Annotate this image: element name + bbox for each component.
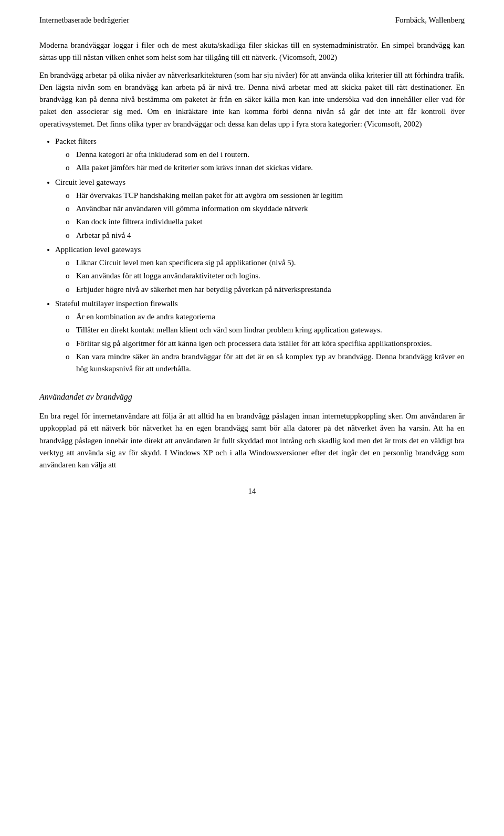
sub-item: Arbetar på nivå 4 xyxy=(66,229,465,242)
section-heading: Användandet av brandvägg xyxy=(39,391,465,404)
sub-item: Kan dock inte filtrera individuella pake… xyxy=(66,216,465,228)
stateful-firewalls-sublist: Är en kombination av de andra kategorier… xyxy=(66,311,465,375)
sub-item: Här övervakas TCP handshaking mellan pak… xyxy=(66,190,465,202)
list-item-label: Circuit level gateways xyxy=(55,178,125,186)
sub-item: Denna kategori är ofta inkluderad som en… xyxy=(66,149,465,161)
circuit-gateways-sublist: Här övervakas TCP handshaking mellan pak… xyxy=(66,190,465,242)
page-footer: 14 xyxy=(39,487,465,496)
page: Internetbaserade bedrägerier Fornbäck, W… xyxy=(0,0,504,836)
page-header: Internetbaserade bedrägerier Fornbäck, W… xyxy=(39,16,465,25)
firewall-categories-list: Packet filters Denna kategori är ofta in… xyxy=(55,135,465,375)
packet-filters-sublist: Denna kategori är ofta inkluderad som en… xyxy=(66,149,465,174)
list-item-stateful-firewalls: Stateful multilayer inspection firewalls… xyxy=(55,298,465,375)
paragraph-bottom: En bra regel för internetanvändare att f… xyxy=(39,410,465,471)
application-gateways-sublist: Liknar Circuit level men kan specificera… xyxy=(66,257,465,296)
sub-item: Liknar Circuit level men kan specificera… xyxy=(66,257,465,269)
list-item-label: Stateful multilayer inspection firewalls xyxy=(55,299,178,308)
paragraph-2: En brandvägg arbetar på olika nivåer av … xyxy=(39,69,465,130)
sub-item: Kan användas för att logga användaraktiv… xyxy=(66,270,465,282)
list-item-label: Application level gateways xyxy=(55,245,141,254)
sub-item: Erbjuder högre nivå av säkerhet men har … xyxy=(66,284,465,296)
sub-item: Är en kombination av de andra kategorier… xyxy=(66,311,465,323)
list-item-label: Packet filters xyxy=(55,137,97,145)
list-item-application-gateways: Application level gateways Liknar Circui… xyxy=(55,244,465,296)
sub-item: Kan vara mindre säker än andra brandvägg… xyxy=(66,351,465,375)
sub-item: Tillåter en direkt kontakt mellan klient… xyxy=(66,324,465,336)
sub-item: Alla paket jämförs här med de kriterier … xyxy=(66,162,465,174)
sub-item: Förlitar sig på algoritmer för att känna… xyxy=(66,338,465,350)
header-right: Fornbäck, Wallenberg xyxy=(395,16,465,25)
list-item-packet-filters: Packet filters Denna kategori är ofta in… xyxy=(55,135,465,174)
page-number: 14 xyxy=(248,487,256,495)
paragraph-1: Moderna brandväggar loggar i filer och d… xyxy=(39,39,465,64)
header-left: Internetbaserade bedrägerier xyxy=(39,16,129,25)
list-item-circuit-gateways: Circuit level gateways Här övervakas TCP… xyxy=(55,176,465,242)
main-content: Moderna brandväggar loggar i filer och d… xyxy=(39,39,465,471)
sub-item: Användbar när användaren vill gömma info… xyxy=(66,203,465,215)
